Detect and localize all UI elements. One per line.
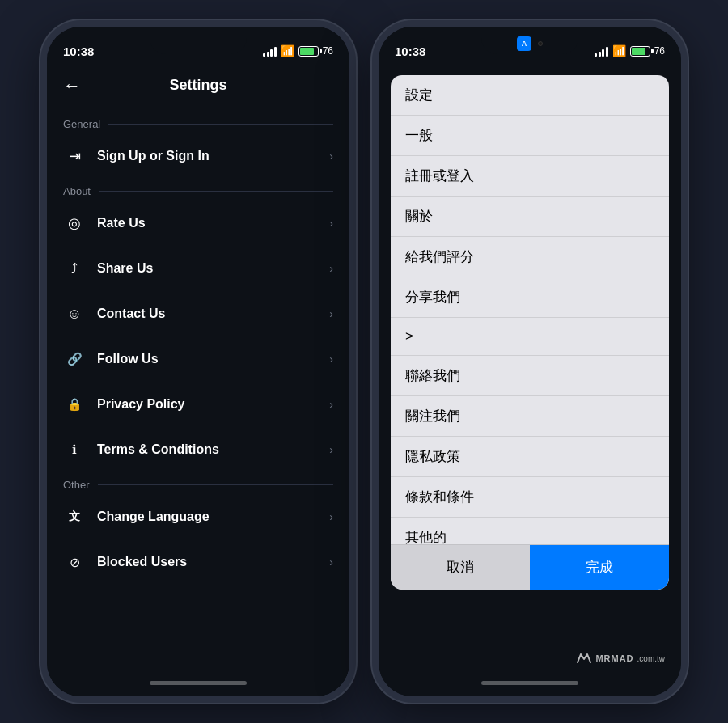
blocked-label: Blocked Users (97, 555, 318, 569)
follow-us-label: Follow Us (97, 352, 318, 366)
mrmad-logo-icon (576, 653, 592, 664)
contact-us-label: Contact Us (97, 307, 318, 321)
done-button[interactable]: 完成 (530, 545, 669, 590)
rate-us-icon: ◎ (63, 212, 86, 235)
right-wifi-icon: 📶 (612, 44, 626, 57)
share-us-label: Share Us (97, 261, 318, 276)
signup-label: Sign Up or Sign In (97, 149, 318, 163)
settings-item-share-us[interactable]: ⤴ Share Us › (47, 246, 349, 291)
left-notch (150, 27, 247, 54)
blocked-chevron: › (329, 556, 333, 569)
right-screen: 設定 一般 註冊或登入 關於 給我們評分 分享我們 > 聯絡我們 關注我們 隱私… (379, 67, 681, 696)
right-battery-icon (630, 46, 650, 57)
settings-item-terms[interactable]: ℹ Terms & Conditions › (47, 427, 349, 472)
translation-item-5[interactable]: 分享我們 (391, 277, 669, 318)
privacy-label: Privacy Policy (97, 397, 318, 412)
wifi-icon: 📶 (281, 44, 294, 57)
follow-us-icon: 🔗 (63, 348, 86, 370)
settings-item-language[interactable]: 文 Change Language › (47, 494, 349, 539)
language-icon: 文 (63, 505, 86, 528)
mrmad-badge: MRMAD .com.tw (576, 653, 665, 664)
battery-label: 76 (323, 45, 333, 57)
left-home-indicator (47, 669, 349, 696)
rate-us-chevron: › (329, 217, 333, 230)
signup-icon: ⇥ (63, 145, 86, 167)
translation-item-1[interactable]: 一般 (391, 116, 669, 156)
settings-item-signup[interactable]: ⇥ Sign Up or Sign In › (47, 133, 349, 179)
right-notch: A (481, 27, 578, 54)
nav-header: ← Settings (47, 67, 349, 104)
general-section-header: General (47, 112, 349, 133)
right-status-icons: 📶 76 (595, 44, 665, 57)
blocked-icon: ⊘ (63, 551, 86, 573)
translation-item-2[interactable]: 註冊或登入 (391, 156, 669, 197)
terms-label: Terms & Conditions (97, 442, 318, 457)
settings-item-follow-us[interactable]: 🔗 Follow Us › (47, 336, 349, 382)
terms-chevron: › (329, 443, 333, 456)
camera-dot (538, 41, 543, 46)
mrmad-text: MRMAD (595, 653, 633, 663)
right-battery-label: 76 (654, 45, 665, 57)
contact-us-chevron: › (329, 307, 333, 320)
settings-item-privacy[interactable]: 🔒 Privacy Policy › (47, 382, 349, 427)
battery-icon (298, 46, 319, 57)
translation-item-4[interactable]: 給我們評分 (391, 237, 669, 277)
terms-icon: ℹ (63, 438, 86, 461)
rate-us-label: Rate Us (97, 216, 318, 230)
settings-screen: ← Settings General ⇥ Sign Up or Sign In … (47, 67, 349, 696)
right-home-indicator (379, 669, 681, 696)
translation-item-11[interactable]: 其他的 (391, 518, 669, 544)
translate-badge: A (517, 36, 531, 51)
share-us-chevron: › (329, 262, 333, 275)
other-section-header: Other (47, 472, 349, 494)
right-phone: 10:38 A 📶 76 (372, 20, 688, 703)
settings-content: General ⇥ Sign Up or Sign In › About ◎ R… (47, 104, 349, 669)
translation-item-6[interactable]: > (391, 318, 669, 356)
translation-item-9[interactable]: 隱私政策 (391, 437, 669, 477)
left-time: 10:38 (63, 44, 94, 58)
contact-us-icon: ☺ (63, 302, 86, 325)
translation-item-8[interactable]: 關注我們 (391, 396, 669, 437)
right-time: 10:38 (395, 44, 425, 58)
translation-item-7[interactable]: 聯絡我們 (391, 356, 669, 396)
privacy-chevron: › (329, 398, 333, 411)
right-status-bar: 10:38 A 📶 76 (379, 27, 681, 67)
translation-actions: 取消 完成 (391, 544, 669, 590)
follow-us-chevron: › (329, 353, 333, 366)
left-status-icons: 📶 76 (263, 44, 333, 57)
cancel-button[interactable]: 取消 (391, 545, 530, 590)
about-section-header: About (47, 179, 349, 201)
left-phone-frame: 10:38 📶 76 ← Settings (40, 20, 356, 703)
settings-item-blocked[interactable]: ⊘ Blocked Users › (47, 539, 349, 585)
settings-item-rate-us[interactable]: ◎ Rate Us › (47, 201, 349, 246)
language-chevron: › (329, 510, 333, 523)
privacy-icon: 🔒 (63, 393, 86, 416)
right-home-bar (481, 681, 578, 685)
back-button[interactable]: ← (63, 75, 81, 96)
right-phone-frame: 10:38 A 📶 76 (372, 20, 688, 703)
translation-panel: 設定 一般 註冊或登入 關於 給我們評分 分享我們 > 聯絡我們 關注我們 隱私… (391, 75, 669, 590)
left-phone: 10:38 📶 76 ← Settings (40, 20, 356, 703)
share-us-icon: ⤴ (63, 257, 86, 280)
left-status-bar: 10:38 📶 76 (47, 27, 349, 67)
translation-item-10[interactable]: 條款和條件 (391, 477, 669, 518)
page-title: Settings (169, 77, 226, 94)
settings-item-contact-us[interactable]: ☺ Contact Us › (47, 291, 349, 336)
translation-list: 設定 一般 註冊或登入 關於 給我們評分 分享我們 > 聯絡我們 關注我們 隱私… (391, 75, 669, 544)
right-signal-icon (595, 46, 608, 57)
signup-chevron: › (329, 150, 333, 163)
language-label: Change Language (97, 509, 318, 524)
translation-item-3[interactable]: 關於 (391, 197, 669, 237)
home-bar (150, 681, 247, 685)
mrmad-domain: .com.tw (637, 654, 665, 663)
translation-item-0[interactable]: 設定 (391, 75, 669, 116)
signal-icon (263, 46, 277, 57)
